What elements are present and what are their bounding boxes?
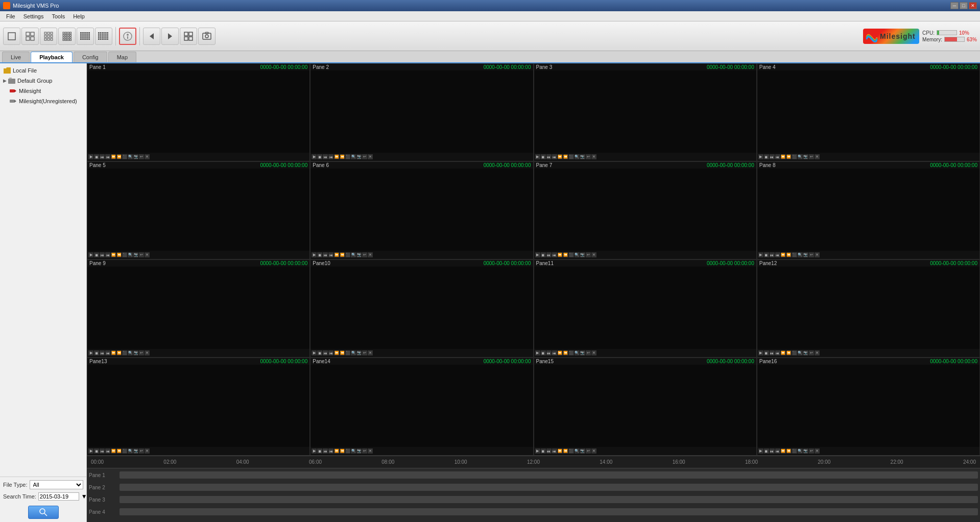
pane-ctrl-btn-10-2[interactable]: ⏭ bbox=[323, 350, 328, 355]
pane-video-2[interactable] bbox=[310, 70, 533, 153]
pane-ctrl-btn-7-3[interactable]: ⏮ bbox=[552, 252, 557, 257]
pane-ctrl-btn-8-1[interactable]: ⏹ bbox=[764, 252, 769, 257]
pane-ctrl-btn-14-8[interactable]: 📷 bbox=[356, 448, 362, 454]
pane-video-10[interactable] bbox=[310, 267, 533, 349]
pane-ctrl-btn-6-9[interactable]: ↩ bbox=[362, 252, 367, 257]
pane-ctrl-btn-13-9[interactable]: ↩ bbox=[139, 448, 144, 454]
pane-ctrl-btn-3-5[interactable]: ⏪ bbox=[563, 154, 568, 159]
pane-ctrl-btn-9-10[interactable]: ✕ bbox=[145, 350, 150, 355]
pane-ctrl-btn-16-2[interactable]: ⏭ bbox=[770, 448, 775, 454]
pane-ctrl-btn-15-4[interactable]: ⏩ bbox=[558, 448, 563, 454]
pane-ctrl-btn-16-6[interactable]: ⬛ bbox=[792, 448, 797, 454]
pane-video-1[interactable] bbox=[87, 70, 309, 153]
pane-ctrl-btn-4-7[interactable]: 🔍 bbox=[798, 154, 803, 159]
pane-ctrl-btn-5-9[interactable]: ↩ bbox=[139, 252, 144, 257]
pane-ctrl-btn-2-6[interactable]: ⬛ bbox=[345, 154, 350, 159]
pane-ctrl-btn-6-7[interactable]: 🔍 bbox=[351, 252, 356, 257]
pane-ctrl-btn-9-1[interactable]: ⏹ bbox=[94, 350, 99, 355]
pane-video-3[interactable] bbox=[534, 70, 756, 153]
pane-video-5[interactable] bbox=[87, 169, 309, 251]
pane-ctrl-btn-15-3[interactable]: ⏮ bbox=[552, 448, 557, 454]
pane-ctrl-btn-5-0[interactable]: ▶ bbox=[88, 252, 93, 257]
pane-ctrl-btn-14-10[interactable]: ✕ bbox=[368, 448, 373, 454]
pane-video-14[interactable] bbox=[310, 365, 533, 447]
pane-ctrl-btn-2-7[interactable]: 🔍 bbox=[351, 154, 356, 159]
pane-ctrl-btn-7-7[interactable]: 🔍 bbox=[575, 252, 580, 257]
pane-ctrl-btn-7-4[interactable]: ⏩ bbox=[558, 252, 563, 257]
pane-ctrl-btn-8-8[interactable]: 📷 bbox=[803, 252, 808, 257]
pane-ctrl-btn-5-6[interactable]: ⬛ bbox=[122, 252, 127, 257]
menu-help[interactable]: Help bbox=[69, 12, 89, 20]
pane-ctrl-btn-14-5[interactable]: ⏪ bbox=[340, 448, 345, 454]
pane-ctrl-btn-11-6[interactable]: ⬛ bbox=[569, 350, 574, 355]
pane-ctrl-btn-12-10[interactable]: ✕ bbox=[815, 350, 820, 355]
track-bar-area-4[interactable] bbox=[119, 508, 978, 515]
pane-ctrl-btn-2-3[interactable]: ⏮ bbox=[328, 154, 333, 159]
pane-ctrl-btn-6-4[interactable]: ⏩ bbox=[334, 252, 339, 257]
pane-ctrl-btn-3-0[interactable]: ▶ bbox=[535, 154, 540, 159]
capture-button[interactable] bbox=[198, 28, 216, 45]
pane-ctrl-btn-1-4[interactable]: ⏩ bbox=[111, 154, 116, 159]
tab-live[interactable]: Live bbox=[2, 52, 30, 62]
search-button[interactable] bbox=[28, 506, 59, 519]
pane-video-15[interactable] bbox=[534, 365, 756, 447]
pane-ctrl-btn-11-3[interactable]: ⏮ bbox=[552, 350, 557, 355]
track-bar-area-2[interactable] bbox=[119, 484, 978, 491]
pane-ctrl-btn-5-3[interactable]: ⏮ bbox=[105, 252, 110, 257]
pane-ctrl-btn-1-7[interactable]: 🔍 bbox=[128, 154, 133, 159]
search-time-input[interactable] bbox=[38, 492, 79, 501]
pane-ctrl-btn-16-4[interactable]: ⏩ bbox=[781, 448, 786, 454]
pane-ctrl-btn-8-6[interactable]: ⬛ bbox=[792, 252, 797, 257]
pane-ctrl-btn-12-0[interactable]: ▶ bbox=[758, 350, 763, 355]
pane-ctrl-btn-16-7[interactable]: 🔍 bbox=[798, 448, 803, 454]
minimize-button[interactable]: ─ bbox=[950, 2, 959, 9]
layout-2x2-button[interactable] bbox=[21, 28, 39, 45]
layout-1x1-button[interactable] bbox=[3, 28, 20, 45]
pane-ctrl-btn-16-0[interactable]: ▶ bbox=[758, 448, 763, 454]
pane-ctrl-btn-10-1[interactable]: ⏹ bbox=[317, 350, 322, 355]
pane-ctrl-btn-9-3[interactable]: ⏮ bbox=[105, 350, 110, 355]
pane-ctrl-btn-10-4[interactable]: ⏩ bbox=[334, 350, 339, 355]
pane-ctrl-btn-2-0[interactable]: ▶ bbox=[312, 154, 317, 159]
pane-ctrl-btn-16-1[interactable]: ⏹ bbox=[764, 448, 769, 454]
pane-ctrl-btn-15-10[interactable]: ✕ bbox=[591, 448, 596, 454]
pane-ctrl-btn-11-2[interactable]: ⏭ bbox=[546, 350, 552, 355]
pane-ctrl-btn-8-2[interactable]: ⏭ bbox=[770, 252, 775, 257]
pane-video-9[interactable] bbox=[87, 267, 309, 349]
layout-6x4-button[interactable] bbox=[95, 28, 112, 45]
pane-ctrl-btn-12-3[interactable]: ⏮ bbox=[775, 350, 780, 355]
pane-ctrl-btn-8-7[interactable]: 🔍 bbox=[798, 252, 803, 257]
pane-ctrl-btn-11-8[interactable]: 📷 bbox=[580, 350, 585, 355]
expand-icon[interactable]: ▶ bbox=[3, 78, 7, 83]
pane-ctrl-btn-1-0[interactable]: ▶ bbox=[88, 154, 93, 159]
pane-ctrl-btn-9-8[interactable]: 📷 bbox=[133, 350, 138, 355]
pane-video-7[interactable] bbox=[534, 169, 756, 251]
pane-video-4[interactable] bbox=[757, 70, 979, 153]
pane-ctrl-btn-14-3[interactable]: ⏮ bbox=[328, 448, 333, 454]
pane-ctrl-btn-5-8[interactable]: 📷 bbox=[133, 252, 138, 257]
pane-ctrl-btn-7-9[interactable]: ↩ bbox=[586, 252, 591, 257]
pane-ctrl-btn-7-10[interactable]: ✕ bbox=[591, 252, 596, 257]
pane-ctrl-btn-6-3[interactable]: ⏮ bbox=[328, 252, 333, 257]
pane-ctrl-btn-3-6[interactable]: ⬛ bbox=[569, 154, 574, 159]
pane-ctrl-btn-5-4[interactable]: ⏩ bbox=[111, 252, 116, 257]
close-button[interactable]: ✕ bbox=[969, 2, 977, 9]
pane-ctrl-btn-3-3[interactable]: ⏮ bbox=[552, 154, 557, 159]
pane-ctrl-btn-13-4[interactable]: ⏩ bbox=[111, 448, 116, 454]
pane-ctrl-btn-16-10[interactable]: ✕ bbox=[815, 448, 820, 454]
pane-ctrl-btn-4-1[interactable]: ⏹ bbox=[764, 154, 769, 159]
pane-video-13[interactable] bbox=[87, 365, 309, 447]
pane-ctrl-btn-13-3[interactable]: ⏮ bbox=[105, 448, 110, 454]
pane-ctrl-btn-1-5[interactable]: ⏪ bbox=[116, 154, 122, 159]
pane-ctrl-btn-11-0[interactable]: ▶ bbox=[535, 350, 540, 355]
file-type-select[interactable]: All Video Image bbox=[30, 480, 84, 489]
pane-ctrl-btn-10-7[interactable]: 🔍 bbox=[351, 350, 356, 355]
pane-ctrl-btn-12-2[interactable]: ⏭ bbox=[770, 350, 775, 355]
tree-item-local-file[interactable]: Local File bbox=[2, 65, 84, 76]
pane-ctrl-btn-7-1[interactable]: ⏹ bbox=[541, 252, 546, 257]
restore-button[interactable]: □ bbox=[960, 2, 968, 9]
track-bar-area-3[interactable] bbox=[119, 496, 978, 503]
pane-ctrl-btn-6-1[interactable]: ⏹ bbox=[317, 252, 322, 257]
pane-ctrl-btn-2-4[interactable]: ⏩ bbox=[334, 154, 339, 159]
pane-ctrl-btn-14-0[interactable]: ▶ bbox=[312, 448, 317, 454]
